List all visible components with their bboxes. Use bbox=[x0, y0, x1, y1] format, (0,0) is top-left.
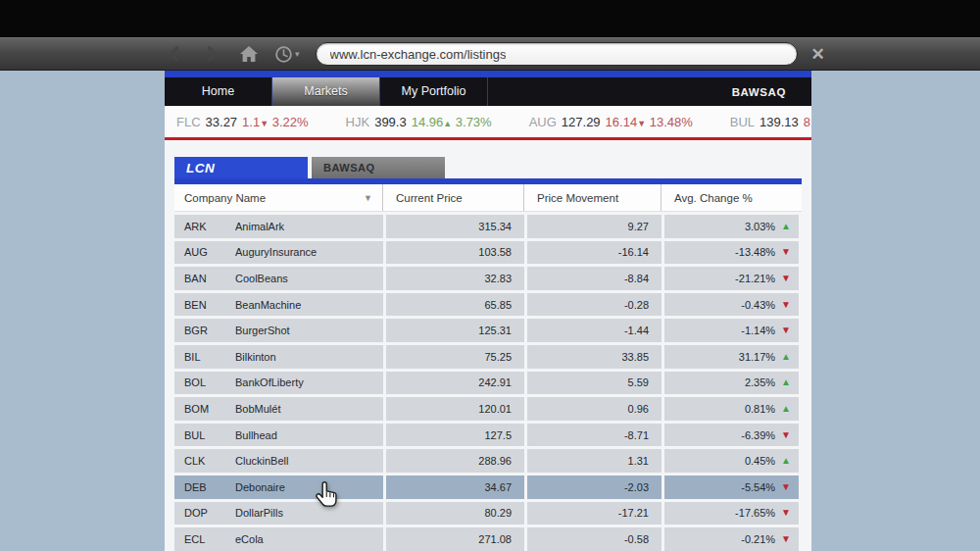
stock-symbol: AUG bbox=[184, 246, 225, 258]
history-button[interactable]: ▾ bbox=[274, 45, 300, 64]
price-movement-cell: -1.44 bbox=[527, 319, 662, 342]
avg-change-cell: -13.48%▼ bbox=[664, 241, 799, 265]
table-row-ban[interactable]: BANCoolBeans32.83-8.84-21.21%▼ bbox=[174, 267, 802, 290]
avg-change-cell: -6.39%▼ bbox=[664, 424, 799, 447]
down-triangle-icon: ▼ bbox=[260, 119, 269, 128]
up-triangle-icon: ▲ bbox=[781, 352, 791, 362]
up-triangle-icon: ▲ bbox=[781, 222, 791, 231]
listings-content: LCNBAWSAQ Company Name▼Current PricePric… bbox=[165, 157, 811, 551]
company-name: Debonaire bbox=[235, 481, 285, 493]
table-row-bil[interactable]: BILBilkinton75.2533.8531.17%▲ bbox=[174, 345, 802, 369]
price-movement-cell: -8.71 bbox=[527, 424, 662, 447]
company-cell: DOPDollarPills bbox=[174, 502, 383, 526]
stock-symbol: BEN bbox=[184, 299, 225, 311]
down-triangle-icon: ▼ bbox=[637, 119, 646, 128]
company-cell: BILBilkinton bbox=[174, 345, 383, 369]
avg-change-cell: -21.21%▼ bbox=[664, 267, 799, 290]
table-row-aug[interactable]: AUGAuguryInsurance103.58-16.14-13.48%▼ bbox=[174, 241, 802, 265]
nav-tab-my-portfolio[interactable]: My Portfolio bbox=[380, 77, 488, 106]
avg-change-cell: -1.14%▼ bbox=[664, 319, 799, 342]
stock-symbol: BOL bbox=[184, 376, 225, 388]
company-name: AnimalArk bbox=[235, 221, 284, 232]
screen: ▾ www.lcn-exchange.com/listings ✕ HomeMa… bbox=[0, 0, 980, 551]
company-cell: CLKCluckinBell bbox=[174, 449, 383, 473]
stock-symbol: BAN bbox=[184, 273, 225, 284]
current-price-cell: 120.01 bbox=[386, 397, 524, 421]
stock-symbol: CLK bbox=[184, 455, 225, 467]
company-name: Bilkinton bbox=[235, 351, 276, 363]
ticker-change-pct: 3.22% bbox=[269, 115, 308, 129]
url-bar[interactable]: www.lcn-exchange.com/listings bbox=[316, 42, 798, 66]
ticker-item-flc[interactable]: FLC33.271.1▼ 3.22% bbox=[176, 115, 309, 129]
ticker-change: 1.1▼ 3.22% bbox=[242, 115, 308, 129]
letterbox-top bbox=[0, 0, 980, 37]
avg-change-value: -0.21% bbox=[741, 533, 775, 545]
close-button[interactable]: ✕ bbox=[811, 44, 825, 65]
up-triangle-icon: ▲ bbox=[781, 456, 791, 466]
table-row-deb[interactable]: DEBDebonaire34.67-2.03-5.54%▼ bbox=[174, 476, 802, 499]
table-row-bol[interactable]: BOLBankOfLiberty242.915.592.35%▲ bbox=[174, 372, 802, 395]
company-name: DollarPills bbox=[235, 507, 283, 519]
avg-change-value: -5.54% bbox=[741, 481, 775, 493]
ticker-change-value: 8.71 bbox=[804, 115, 811, 129]
down-triangle-icon: ▼ bbox=[781, 274, 791, 283]
ticker-item-hjk[interactable]: HJK399.314.96▲ 3.73% bbox=[346, 115, 492, 129]
avg-change-value: -21.21% bbox=[735, 273, 775, 284]
chevron-right-icon bbox=[203, 45, 220, 63]
exchange-tab-lcn[interactable]: LCN bbox=[174, 157, 308, 178]
nav-tab-home[interactable]: Home bbox=[165, 77, 272, 106]
avg-change-cell: -17.65%▼ bbox=[664, 502, 799, 526]
table-row-dop[interactable]: DOPDollarPills80.29-17.21-17.65%▼ bbox=[174, 502, 802, 526]
ticker-item-bul[interactable]: BUL139.138.71▼ 6.39% bbox=[730, 115, 811, 129]
table-row-ecl[interactable]: ECLeCola271.08-0.58-0.21%▼ bbox=[174, 527, 802, 551]
company-name: eCola bbox=[235, 533, 264, 545]
exchange-tab-bawsaq[interactable]: BAWSAQ bbox=[312, 157, 445, 178]
back-button[interactable] bbox=[165, 44, 184, 64]
stock-symbol: ECL bbox=[184, 533, 225, 545]
column-header-company-name[interactable]: Company Name▼ bbox=[174, 184, 383, 211]
stock-symbol: BUL bbox=[184, 429, 225, 441]
ticker-item-aug[interactable]: AUG127.2916.14▼ 13.48% bbox=[529, 115, 693, 129]
up-triangle-icon: ▲ bbox=[781, 404, 791, 414]
ticker-change-value: 1.1 bbox=[242, 115, 260, 129]
table-row-bul[interactable]: BULBullhead127.5-8.71-6.39%▼ bbox=[174, 424, 802, 447]
table-row-ark[interactable]: ARKAnimalArk315.349.273.03%▲ bbox=[174, 215, 802, 238]
stock-symbol: DOP bbox=[184, 507, 225, 519]
avg-change-value: -0.43% bbox=[741, 299, 775, 311]
home-button[interactable] bbox=[239, 45, 259, 63]
table-header: Company Name▼Current PricePrice Movement… bbox=[174, 184, 802, 212]
avg-change-value: 31.17% bbox=[739, 351, 775, 363]
down-triangle-icon: ▼ bbox=[781, 300, 791, 310]
sort-icon: ▼ bbox=[364, 193, 372, 203]
column-label: Price Movement bbox=[537, 192, 618, 204]
ticker-symbol: HJK bbox=[346, 115, 370, 129]
table-row-clk[interactable]: CLKCluckinBell288.961.310.45%▲ bbox=[174, 449, 802, 473]
table-row-bom[interactable]: BOMBobMulét120.010.960.81%▲ bbox=[174, 397, 802, 421]
price-movement-cell: -0.58 bbox=[527, 527, 662, 551]
table-row-ben[interactable]: BENBeanMachine65.85-0.28-0.43%▼ bbox=[174, 293, 802, 317]
bawsaq-logo: BAWSAQ bbox=[732, 86, 811, 98]
current-price-cell: 271.08 bbox=[386, 527, 524, 551]
current-price-cell: 65.85 bbox=[386, 293, 524, 317]
stock-table: ARKAnimalArk315.349.273.03%▲AUGAuguryIns… bbox=[174, 212, 802, 551]
ticker-change: 8.71▼ 6.39% bbox=[804, 115, 811, 129]
column-header-current-price: Current Price bbox=[386, 184, 524, 211]
company-cell: ARKAnimalArk bbox=[174, 215, 383, 238]
stock-symbol: BGR bbox=[184, 325, 225, 336]
website: HomeMarketsMy Portfolio BAWSAQ FLC33.271… bbox=[165, 71, 811, 551]
current-price-cell: 80.29 bbox=[386, 502, 524, 526]
price-movement-cell: -0.28 bbox=[527, 293, 662, 317]
company-cell: DEBDebonaire bbox=[174, 476, 383, 499]
avg-change-cell: -0.43%▼ bbox=[664, 293, 799, 317]
page-background: HomeMarketsMy Portfolio BAWSAQ FLC33.271… bbox=[0, 71, 980, 551]
table-row-bgr[interactable]: BGRBurgerShot125.31-1.44-1.14%▼ bbox=[174, 319, 802, 342]
current-price-cell: 125.31 bbox=[386, 319, 524, 342]
nav-tab-markets[interactable]: Markets bbox=[272, 77, 380, 106]
company-name: CluckinBell bbox=[235, 455, 288, 467]
company-cell: BOLBankOfLiberty bbox=[174, 372, 383, 395]
stock-symbol: BIL bbox=[184, 351, 225, 363]
home-icon bbox=[239, 45, 259, 63]
column-label: Current Price bbox=[396, 192, 463, 204]
forward-button[interactable] bbox=[202, 44, 221, 64]
current-price-cell: 127.5 bbox=[386, 424, 524, 447]
